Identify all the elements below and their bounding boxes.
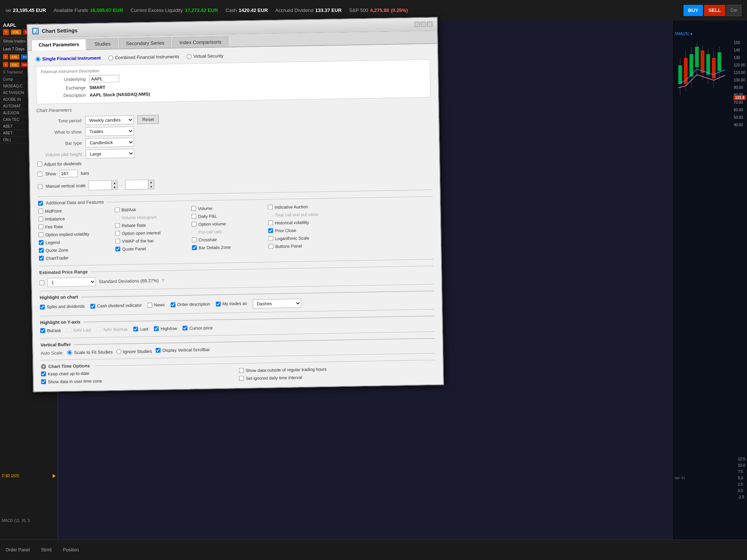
expand-button[interactable]: ▼ — [41, 364, 46, 369]
check-imbalance[interactable]: Imbalance — [38, 215, 113, 221]
current-price-tag: 131.8 — [734, 95, 746, 100]
close-button[interactable] — [427, 22, 433, 27]
check-fee-rate[interactable]: Fee Rate — [38, 223, 113, 229]
check-quote-zone[interactable]: Quote Zone — [39, 247, 114, 253]
manual-scale-spinner-1: ▲ ▼ — [89, 180, 118, 190]
time-period-select[interactable]: Weekly candles Daily candles Monthly can… — [85, 115, 134, 125]
reset-button[interactable]: Reset — [137, 115, 159, 124]
check-hist-vol[interactable]: Historical volatility — [268, 219, 350, 225]
candlestick-chart — [673, 39, 732, 207]
check-last-y[interactable]: Last — [133, 326, 148, 332]
radio-combined[interactable]: Combined Financial Instruments — [108, 54, 179, 60]
std-dev-select[interactable]: 1 2 3 — [47, 277, 96, 287]
check-vol-histogram[interactable]: Volume Histogram — [115, 214, 189, 220]
check-my-trades[interactable]: My trades as — [216, 301, 247, 306]
check-cursor-price[interactable]: Cursor price — [183, 325, 213, 330]
check-user-timezone[interactable]: Show data in user time zone — [41, 376, 238, 384]
tab-secondary[interactable]: Secondary Series — [119, 37, 171, 49]
check-indicative[interactable]: Indicative Auction — [268, 203, 350, 210]
modal-title: Chart Settings — [42, 27, 78, 34]
manual-scale-check[interactable] — [38, 184, 43, 189]
bars-input[interactable] — [59, 169, 78, 177]
check-bidask-y[interactable]: Bid/ask — [40, 328, 61, 333]
help-icon[interactable]: ? — [161, 278, 164, 283]
check-midpoint[interactable]: MidPoint — [38, 208, 113, 214]
check-crosshair[interactable]: Crosshair — [192, 236, 267, 242]
check-buttons-panel[interactable]: Buttons Panel — [269, 243, 351, 249]
tab-index-comp[interactable]: Index Comparisons — [173, 36, 229, 48]
check-show-outside[interactable]: Show data outside of regular trading hou… — [239, 365, 436, 373]
tab-chart-params[interactable]: Chart Parameters — [31, 39, 86, 51]
check-bar-details[interactable]: Bar Details Zone — [192, 244, 267, 250]
check-option-volume[interactable]: Option volume — [192, 221, 266, 227]
radio-scale-fit[interactable]: Scale to Fit Studies — [67, 349, 113, 355]
check-cash-div[interactable]: Cash dividend indicator — [90, 303, 142, 308]
highlight-chart-section: Highlight on chart Splits and dividends … — [40, 288, 434, 312]
check-volume[interactable]: Volume — [191, 205, 266, 211]
check-log-scale[interactable]: Logarithmic Scale — [268, 235, 350, 241]
show-bars-check[interactable] — [37, 172, 42, 177]
bar-type-select[interactable]: Candlestick Bar Line Area — [86, 138, 134, 147]
check-option-oi[interactable]: Option open interest — [115, 230, 190, 236]
spinner-up-1[interactable]: ▲ — [111, 181, 117, 185]
check-keep-uptodate[interactable]: Keep chart up-to-date — [41, 368, 238, 376]
check-quote-panel[interactable]: Quote Panel — [115, 245, 190, 251]
check-option-iv[interactable]: Option implied volatility — [38, 231, 113, 237]
check-chart-trader[interactable]: ChartTrader — [39, 255, 114, 261]
available-funds: Available Funds 16,595.67 EUR — [53, 7, 123, 13]
check-total-call[interactable]: Total call and put value — [268, 211, 350, 218]
check-put-call[interactable]: Put-call ratio — [192, 228, 266, 234]
macd-axis: 12.510.07.55.02.50.0-2.5 — [738, 456, 745, 500]
check-splits[interactable]: Splits and dividends — [40, 304, 85, 309]
check-daily-pl[interactable]: Daily P&L — [191, 213, 266, 219]
buy-button[interactable]: BUY — [684, 5, 703, 16]
adjust-dividends-check[interactable]: Adjust for dividends — [37, 161, 82, 167]
check-rebate-rate[interactable]: Rebate Rate — [115, 222, 190, 228]
action-buttons: BUY SELL Con — [684, 5, 741, 16]
account-value: ue 23,195.45 EUR — [6, 7, 46, 13]
check-nav-bidask[interactable]: NAV Bid/Ask — [97, 327, 128, 332]
check-display-scrollbar[interactable]: Display Vertical Scrollbar — [156, 347, 210, 353]
radio-ignore-studies[interactable]: Ignore Studies — [116, 348, 152, 354]
bottom-strmt: Strmt — [41, 547, 52, 553]
what-to-show-select[interactable]: Trades Bid/Ask Midpoint — [85, 127, 134, 136]
con-button[interactable]: Con — [726, 5, 741, 16]
additional-toggle[interactable] — [38, 200, 43, 205]
svg-rect-7 — [695, 47, 699, 67]
svg-rect-11 — [706, 54, 710, 75]
tab-studies[interactable]: Studies — [87, 38, 118, 49]
check-prior-close[interactable]: Prior Close — [268, 227, 350, 233]
check-order-desc[interactable]: Order description — [170, 302, 210, 307]
cash: Cash 1420.42 EUR — [226, 7, 268, 13]
estimated-price-check[interactable] — [39, 280, 44, 285]
chart-time-section: ▼ Chart Time Options Keep chart up-to-da… — [41, 357, 436, 386]
check-nav-last[interactable]: NAV Last — [66, 327, 91, 333]
minimize-button[interactable] — [415, 22, 420, 27]
check-news[interactable]: News — [147, 302, 165, 308]
check-set-ignored[interactable]: Set ignored daily time interval — [239, 373, 436, 381]
spinner-up-2[interactable]: ▲ — [148, 180, 154, 184]
bottom-order-panel: Order Panel — [6, 547, 30, 553]
volume-plot-select[interactable]: Large Medium Small None — [86, 149, 134, 159]
t-badge: T — [3, 29, 9, 35]
maximize-button[interactable] — [421, 22, 426, 27]
highlight-yaxis-section: Highlight on Y-axis Bid/ask NAV Last NAV… — [40, 313, 435, 335]
my-trades-select[interactable]: Dashes Arrows Dots — [252, 299, 301, 308]
check-legend[interactable]: Legend — [39, 239, 114, 245]
check-highlow[interactable]: High/low — [154, 326, 177, 331]
radio-virtual[interactable]: Virtual Security — [187, 53, 224, 59]
right-chart-panel: 150140130120.00110.00100.0090.0080.0070.… — [672, 21, 747, 560]
radio-single[interactable]: Single Financial Instrument — [35, 55, 101, 62]
modal-icon: 📊 — [32, 28, 39, 34]
check-bidask[interactable]: Bid/Ask — [115, 206, 189, 212]
bottom-position: Position — [63, 547, 79, 553]
sell-button[interactable]: SELL — [704, 5, 725, 16]
svg-rect-13 — [712, 58, 716, 78]
spinner-down-1[interactable]: ▼ — [111, 185, 117, 189]
spinner-down-2[interactable]: ▼ — [148, 184, 154, 189]
svg-rect-9 — [701, 50, 704, 73]
underlying-input[interactable] — [89, 75, 119, 83]
check-vwap[interactable]: VWAP of the bar — [115, 237, 190, 243]
accrued-dividend: Accrued Dividend 133.37 EUR — [275, 7, 342, 13]
sma-label: SMA(25) ● — [675, 32, 692, 36]
